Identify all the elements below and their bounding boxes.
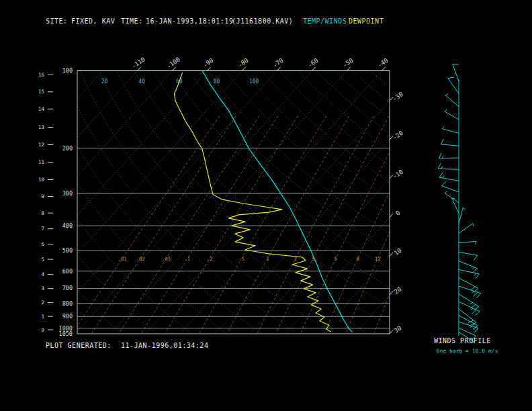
dry-adiabat-line: [352, 71, 532, 334]
winds-profile-title: WINDS PROFILE: [434, 337, 491, 345]
wind-barb-staff: [441, 144, 459, 146]
isotherm-line: [180, 71, 417, 334]
isotherm-right-tick: [390, 330, 393, 334]
mixing-ratio-line: [374, 116, 468, 334]
legend-dewpoint: DEWPOINT: [349, 17, 384, 25]
plot-generated-value: 11-JAN-1996,01:34:24: [121, 342, 208, 349]
isotherm-top-tick: [208, 67, 211, 71]
wind-barb-staff: [459, 294, 479, 307]
isotherm-top-label: -50: [342, 57, 355, 69]
dry-adiabat-line: [225, 71, 532, 334]
pressure-tick-label: 900: [62, 313, 73, 320]
height-tick-label: 0: [41, 327, 44, 333]
dry-adiabat-line: [316, 71, 532, 334]
height-tick-label: 15: [38, 89, 44, 95]
mixing-ratio-label: 5: [335, 256, 338, 262]
temperature-trace: [202, 71, 352, 332]
wind-barb-staff: [459, 302, 480, 312]
dry-adiabat-line: [152, 71, 475, 334]
wind-barb-staff: [448, 79, 459, 94]
pressure-tick-label: 500: [62, 247, 73, 254]
mixing-ratio-label: 12: [375, 256, 381, 262]
wind-barb-tick: [472, 310, 476, 314]
wind-barb-staff: [459, 241, 476, 242]
wind-barbs-layer: [438, 64, 481, 344]
dry-adiabat-line: [8, 71, 192, 334]
plot-generated-label: PLOT GENERATED:: [46, 342, 112, 349]
height-tick-label: 10: [38, 177, 45, 183]
isotherm-line: [0, 71, 173, 334]
wind-barb-half-tick: [470, 303, 473, 304]
isotherm-right-label: 30: [393, 324, 403, 334]
mixing-ratio-line: [275, 116, 389, 334]
mixing-ratio-label: .1: [184, 256, 190, 262]
isotherm-top-label: -70: [272, 57, 285, 69]
height-tick-label: 16: [38, 72, 45, 78]
mixing-ratio-label: .01: [118, 256, 127, 262]
site-value: FIXED, KAV: [71, 17, 115, 25]
dry-adiabat-line: [388, 71, 532, 334]
wind-barb-half-tick: [471, 308, 473, 310]
mixing-ratio-line: [227, 116, 349, 334]
height-tick-label: 4: [41, 271, 44, 277]
height-tick-label: 12: [38, 142, 44, 148]
isotherm-top-tick: [382, 67, 386, 71]
isotherm-line: [0, 71, 138, 334]
wind-barb-staff: [459, 269, 479, 273]
isotherm-line: [320, 71, 532, 334]
height-tick-label: 13: [38, 124, 44, 130]
isotherm-top-tick: [242, 67, 246, 71]
wind-barb-staff: [445, 95, 459, 107]
height-tick-label: 3: [41, 285, 44, 291]
isotherm-top-tick: [138, 67, 141, 71]
site-label: SITE:: [46, 17, 68, 25]
wind-barb-tick: [473, 269, 478, 273]
wind-barb-half-tick: [475, 241, 476, 244]
pressure-tick-label: 400: [62, 222, 73, 229]
isotherm-line: [0, 71, 103, 334]
wind-barb-half-tick: [443, 175, 445, 178]
dry-adiabat-line: [0, 71, 157, 334]
adiabat-inline-label: 20: [101, 79, 108, 85]
height-tick-label: 5: [41, 257, 44, 263]
wind-barb-tick: [442, 181, 446, 185]
dry-adiabat-line: [370, 71, 532, 334]
trace-layer: [175, 71, 353, 332]
wind-barb-staff: [445, 111, 459, 120]
wind-barb-tick: [474, 328, 478, 333]
pressure-tick-label: 1050: [59, 330, 73, 337]
wind-barb-half-tick: [445, 191, 447, 193]
mixing-ratio-line: [165, 116, 298, 334]
mixing-ratio-label: .05: [162, 256, 171, 262]
skewt-app-window: 1002003004005006007008009001000105016151…: [0, 0, 532, 411]
mixing-ratio-line: [72, 116, 220, 334]
isotherm-right-tick: [390, 253, 393, 257]
mixing-ratio-label: .02: [136, 256, 145, 262]
isotherm-top-tick: [347, 67, 351, 71]
pressure-tick-label: 200: [62, 145, 73, 152]
plot-frame: [77, 71, 390, 334]
isotherm-line: [145, 71, 382, 334]
dry-adiabat-line: [189, 71, 532, 334]
mixing-ratio-line: [119, 116, 259, 334]
wind-barb-staff: [459, 224, 473, 234]
height-tick-label: 1: [41, 314, 44, 320]
height-tick-label: 9: [41, 193, 44, 199]
isotherm-top-tick: [173, 67, 176, 71]
wind-barb-half-tick: [473, 327, 475, 329]
wind-barb-staff: [459, 208, 463, 224]
wind-barb-staff: [453, 64, 459, 81]
isotherm-top-tick: [277, 67, 281, 71]
wind-barb-half-tick: [474, 273, 476, 276]
dry-adiabat-line: [334, 71, 532, 334]
height-tick-label: 2: [41, 300, 44, 306]
wind-barb-staff: [459, 316, 478, 326]
dry-adiabat-line: [117, 71, 405, 334]
wind-barb-half-tick: [472, 291, 474, 293]
isotherm-top-label: -80: [237, 57, 250, 69]
adiabat-inline-label: 40: [138, 79, 145, 85]
isotherm-line: [390, 71, 532, 334]
isotherm-top-label: -90: [202, 57, 215, 69]
pressure-tick-label: 700: [62, 285, 73, 291]
wind-barb-staff: [459, 252, 478, 255]
